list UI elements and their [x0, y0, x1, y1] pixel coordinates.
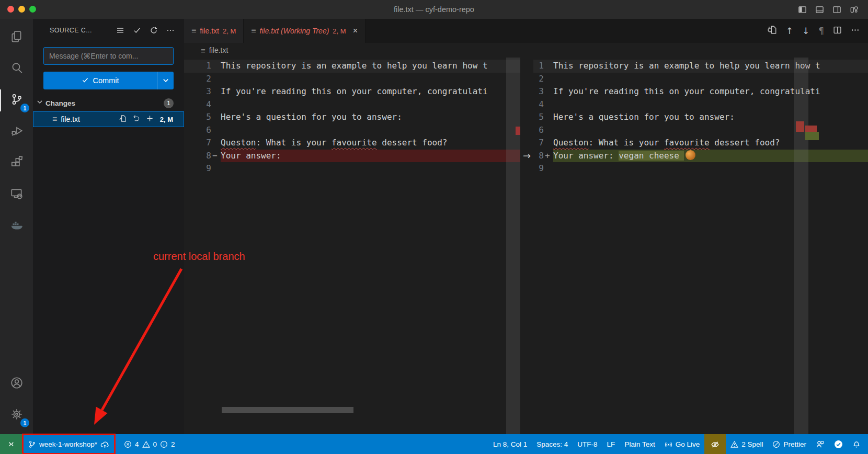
commit-check-icon[interactable]	[133, 26, 141, 35]
line-number: 8	[184, 150, 211, 163]
next-change-icon[interactable]: ↓	[802, 26, 809, 36]
diff-sign	[211, 137, 221, 150]
changed-file-row[interactable]: ≡ file.txt 2, M	[33, 111, 184, 127]
code-line[interactable]: 9	[533, 162, 868, 175]
tab-label: file.txt (Working Tree)	[260, 27, 329, 35]
text-segment: dessert food?	[377, 138, 448, 147]
code-line[interactable]: 6	[184, 124, 520, 137]
line-text: Your answer: vegan cheese 🥮	[553, 150, 868, 163]
spell-checker-toggle-item[interactable]	[704, 434, 726, 454]
code-line[interactable]: 8−Your answer:	[184, 150, 520, 163]
commit-message-input[interactable]	[43, 47, 174, 65]
discard-changes-icon[interactable]	[132, 115, 140, 124]
remote-indicator[interactable]	[0, 434, 22, 454]
sidebar-item-extensions[interactable]	[0, 147, 33, 179]
vertical-scrollbar[interactable]	[794, 58, 808, 434]
feedback-item[interactable]	[811, 434, 829, 454]
code-line[interactable]: 3If you're reading this on your computer…	[184, 85, 520, 98]
more-actions-icon[interactable]	[166, 26, 175, 35]
stage-changes-icon[interactable]	[146, 115, 154, 124]
status-check-item[interactable]	[829, 434, 848, 454]
previous-change-icon[interactable]: ↑	[786, 26, 793, 36]
line-number: 1	[533, 60, 544, 73]
open-file-icon[interactable]	[768, 25, 777, 37]
spell-problems-item[interactable]: 2 Spell	[726, 434, 768, 454]
minimize-window-button[interactable]	[18, 6, 25, 13]
encoding-item[interactable]: UTF-8	[573, 434, 602, 454]
cursor-position-item[interactable]: Ln 8, Col 1	[488, 434, 532, 454]
settings-badge: 1	[20, 418, 29, 427]
code-line[interactable]: 1This repository is an example to help y…	[533, 60, 868, 73]
more-actions-icon[interactable]	[851, 26, 860, 37]
prettier-item[interactable]: Prettier	[768, 434, 811, 454]
overview-ruler-added-mark	[805, 132, 819, 140]
commit-button[interactable]: Commit	[43, 72, 174, 89]
customize-layout-icon[interactable]	[850, 5, 859, 14]
file-icon: ≡	[52, 115, 57, 124]
language-mode-item[interactable]: Plain Text	[620, 434, 659, 454]
code-line[interactable]: 2	[533, 73, 868, 86]
view-as-list-icon[interactable]	[116, 26, 124, 35]
changes-section-header[interactable]: Changes 1	[33, 96, 184, 110]
sidebar-item-source-control[interactable]: 1	[0, 85, 33, 116]
settings-item[interactable]: 1	[0, 400, 33, 431]
code-line[interactable]: 2	[184, 73, 520, 86]
source-control-sidebar: SOURCE C... Commit Changes 1	[33, 19, 184, 434]
code-line[interactable]: 5Here's a question for you to answer:	[184, 111, 520, 124]
commit-dropdown-button[interactable]	[157, 72, 174, 89]
diff-sign	[211, 85, 221, 98]
sidebar-header: SOURCE C...	[33, 19, 184, 42]
indentation-item[interactable]: Spaces: 4	[532, 434, 573, 454]
render-whitespace-icon[interactable]: ¶	[818, 26, 824, 36]
refresh-icon[interactable]	[150, 26, 158, 35]
sidebar-item-search[interactable]	[0, 53, 33, 85]
breadcrumb[interactable]: ≡ file.txt	[184, 43, 868, 58]
eol-item[interactable]: LF	[602, 434, 620, 454]
vertical-scrollbar[interactable]	[506, 58, 520, 434]
diff-sign	[544, 162, 553, 175]
code-line[interactable]: 4	[533, 98, 868, 111]
text-segment: Your answer:	[553, 151, 619, 161]
horizontal-scrollbar[interactable]	[222, 407, 353, 413]
open-file-icon[interactable]	[119, 115, 127, 124]
code-line[interactable]: 3If you're reading this on your computer…	[533, 85, 868, 98]
sidebar-item-remote-explorer[interactable]	[0, 179, 33, 210]
line-number: 3	[533, 85, 544, 98]
notifications-item[interactable]	[848, 434, 868, 454]
toggle-panel-icon[interactable]	[815, 5, 824, 14]
toggle-sidebar-icon[interactable]	[798, 5, 807, 14]
tab-decoration: 2, M	[333, 27, 346, 35]
code-line[interactable]: 5Here's a question for you to answer:	[533, 111, 868, 124]
accounts-item[interactable]	[0, 368, 33, 400]
code-line[interactable]: 4	[184, 98, 520, 111]
check-icon	[82, 76, 89, 85]
problems-status-item[interactable]: 4 0 2	[119, 434, 180, 454]
sidebar-item-run-and-debug[interactable]	[0, 116, 33, 147]
slash-circle-icon	[772, 440, 780, 448]
info-count: 2	[171, 440, 175, 448]
file-icon: ≡	[191, 26, 196, 36]
editor-area: ≡ file.txt 2, M ≡ file.txt (Working Tree…	[184, 19, 868, 434]
toggle-secondary-sidebar-icon[interactable]	[832, 5, 841, 14]
text-segment: dessert food?	[710, 138, 780, 147]
go-live-item[interactable]: Go Live	[660, 434, 705, 454]
code-line[interactable]: 7Queston: What is your favourite dessert…	[184, 137, 520, 150]
code-line[interactable]: 1This repository is an example to help y…	[184, 60, 520, 73]
code-line[interactable]: 8+Your answer: vegan cheese 🥮	[533, 150, 868, 163]
close-window-button[interactable]	[7, 6, 14, 13]
sidebar-item-explorer[interactable]	[0, 22, 33, 53]
tab-file[interactable]: ≡ file.txt 2, M	[184, 19, 244, 43]
close-icon[interactable]: ×	[353, 26, 358, 36]
overview-ruler-removed-mark	[516, 127, 520, 135]
code-line[interactable]: 9	[184, 162, 520, 175]
branch-status-item[interactable]: week-1-workshop*	[22, 434, 115, 454]
line-text: This repository is an example to help yo…	[221, 60, 520, 73]
sidebar-item-docker[interactable]	[0, 210, 33, 242]
split-editor-icon[interactable]	[833, 26, 842, 37]
tab-file-working-tree[interactable]: ≡ file.txt (Working Tree) 2, M ×	[244, 19, 366, 43]
line-text: Here's a question for you to answer:	[221, 111, 520, 124]
remote-explorer-icon	[10, 187, 24, 202]
diff-sign	[211, 124, 221, 137]
zoom-window-button[interactable]	[29, 6, 36, 13]
misspelled-text: favourite	[332, 138, 377, 147]
